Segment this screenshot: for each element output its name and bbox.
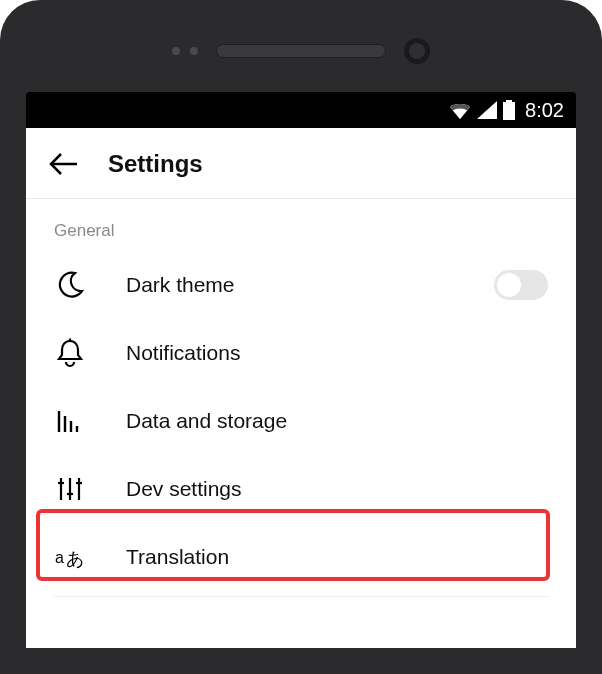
translate-icon: a あ — [54, 544, 86, 570]
svg-rect-1 — [506, 100, 512, 102]
row-data-storage[interactable]: Data and storage — [26, 387, 576, 455]
battery-icon — [503, 100, 515, 120]
phone-frame: 8:02 Settings General — [0, 0, 602, 674]
settings-app: Settings General Dark theme — [26, 128, 576, 648]
wifi-icon — [449, 101, 471, 119]
row-translation-label: Translation — [126, 545, 548, 569]
settings-content: General Dark theme — [26, 199, 576, 591]
row-dev-settings-label: Dev settings — [126, 477, 548, 501]
screen: 8:02 Settings General — [26, 92, 576, 648]
front-camera — [404, 38, 430, 64]
svg-marker-0 — [477, 101, 497, 119]
row-dark-theme[interactable]: Dark theme — [26, 251, 576, 319]
speaker-grille — [216, 44, 386, 58]
status-time: 8:02 — [525, 99, 564, 122]
row-data-storage-label: Data and storage — [126, 409, 548, 433]
led-dots — [172, 47, 198, 55]
row-notifications[interactable]: Notifications — [26, 319, 576, 387]
cellular-icon — [477, 101, 497, 119]
svg-rect-2 — [503, 102, 515, 120]
row-notifications-label: Notifications — [126, 341, 548, 365]
bell-icon — [54, 338, 86, 368]
page-title: Settings — [108, 150, 203, 178]
divider — [54, 596, 548, 597]
row-translation[interactable]: a あ Translation — [26, 523, 576, 591]
dark-theme-toggle[interactable] — [494, 270, 548, 300]
row-dark-theme-label: Dark theme — [126, 273, 454, 297]
sliders-icon — [54, 476, 86, 502]
bars-icon — [54, 408, 86, 434]
section-general-header: General — [26, 221, 576, 251]
phone-top-hardware — [26, 26, 576, 76]
back-button[interactable] — [48, 148, 80, 180]
svg-text:a: a — [55, 549, 64, 566]
svg-text:あ: あ — [66, 549, 84, 569]
row-dev-settings[interactable]: Dev settings — [26, 455, 576, 523]
status-bar: 8:02 — [26, 92, 576, 128]
arrow-left-icon — [49, 151, 79, 177]
moon-icon — [54, 271, 86, 299]
title-bar: Settings — [26, 128, 576, 199]
